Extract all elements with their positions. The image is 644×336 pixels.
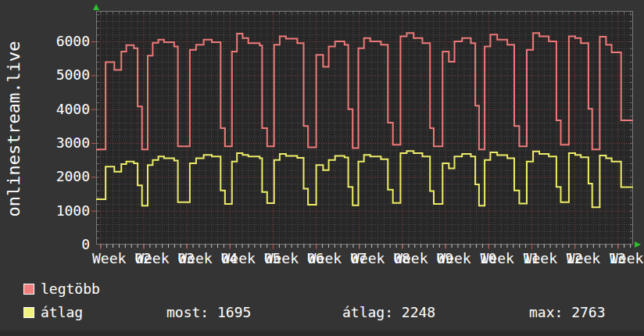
stat-atlag: átlag: 2248	[342, 305, 435, 320]
bottom-border	[0, 331, 644, 336]
legend-swatch-legtobb	[23, 284, 34, 295]
stat-max: max: 2763	[529, 305, 606, 320]
y-axis-label: 2000	[22, 170, 90, 184]
legend-label-legtobb: legtöbb	[41, 281, 100, 297]
y-axis-title: onlinestream.live	[4, 41, 23, 216]
legend-swatch-atlag	[23, 307, 34, 318]
y-axis-arrow	[93, 4, 99, 10]
x-axis-arrow	[635, 241, 641, 248]
rrdtool-graph: onlinestream.live 0100020003000400050006…	[0, 0, 644, 336]
x-axis-label: Week 14	[610, 251, 644, 266]
y-axis-label: 4000	[22, 102, 90, 116]
y-axis-label: 0	[22, 238, 90, 252]
y-axis-label: 5000	[22, 68, 90, 82]
stat-most: most: 1695	[166, 305, 251, 320]
y-axis-label: 6000	[22, 34, 90, 48]
y-axis-label: 3000	[22, 136, 90, 150]
legend-label-atlag: átlag	[41, 305, 83, 320]
y-axis-label: 1000	[22, 204, 90, 218]
